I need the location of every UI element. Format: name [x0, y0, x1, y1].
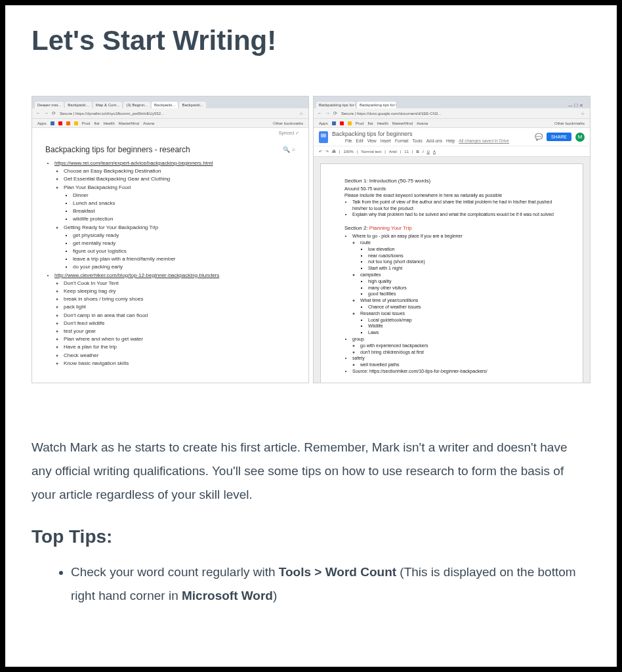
back-icon[interactable]: ←: [36, 111, 41, 116]
menu-item[interactable]: Add-ons: [426, 138, 442, 143]
avatar[interactable]: M: [575, 133, 585, 142]
bookmark[interactable]: [348, 121, 352, 125]
list-item[interactable]: get physically ready: [73, 232, 295, 239]
bold-icon[interactable]: B: [417, 150, 419, 154]
bookmark[interactable]: Health: [103, 121, 114, 125]
list-item[interactable]: Lunch and snacks: [73, 200, 295, 207]
browser-tab[interactable]: (3) Beginn...: [123, 102, 150, 108]
italic-icon[interactable]: I: [423, 150, 424, 154]
list-item: safety well travelled paths: [352, 355, 559, 368]
list-item[interactable]: Dinner: [73, 192, 295, 199]
bookmark[interactable]: [51, 121, 54, 125]
menu-item[interactable]: Tools: [413, 138, 423, 143]
reload-icon[interactable]: ⟳: [52, 111, 57, 116]
other-bookmarks[interactable]: Other bookmarks: [554, 121, 585, 125]
list-item[interactable]: Have a plan for the trip: [64, 343, 295, 350]
style-select[interactable]: Normal text: [361, 150, 381, 154]
gdocs-doc-title[interactable]: Backpacking tips for beginners: [332, 131, 531, 137]
gdocs-page[interactable]: Section 1: Introduction (50-75 words) Ar…: [320, 163, 583, 383]
list-item[interactable]: break in shoes / bring comy shoes: [64, 295, 295, 303]
bookmark[interactable]: MasterMind: [119, 121, 139, 125]
list-item: well travelled paths: [360, 362, 559, 368]
list-item[interactable]: test your gear: [64, 327, 295, 335]
comment-icon[interactable]: 💬: [535, 133, 543, 140]
redo-icon[interactable]: ↷: [325, 149, 329, 154]
bookmark[interactable]: Apps: [37, 121, 47, 125]
share-button[interactable]: SHARE: [547, 133, 571, 141]
bookmark[interactable]: flat: [367, 121, 373, 125]
print-icon[interactable]: 🖶: [332, 150, 336, 154]
list-item: don't bring children/dogs at first: [360, 349, 559, 356]
list-item[interactable]: Getting Ready for Your Backpacking Trip …: [64, 224, 295, 271]
window-controls[interactable]: — ☐ ✕: [568, 103, 587, 108]
list-item[interactable]: Check weather: [64, 352, 295, 359]
screenshot-left: Deeper mat... Backpacki... Map & Com... …: [31, 96, 309, 383]
list-item: Local guidebook/map: [368, 317, 559, 324]
list-item[interactable]: Don't feed wildlife: [64, 320, 295, 327]
bookmark[interactable]: MasterMind: [392, 121, 413, 125]
menu-item[interactable]: Edit: [356, 138, 363, 143]
list-item[interactable]: Get Essential Backpacking Gear and Cloth…: [64, 175, 295, 182]
bookmark[interactable]: [332, 121, 336, 125]
gdocs-header: Backpacking tips for beginners File Edit…: [314, 128, 590, 146]
menu-item[interactable]: Insert: [381, 138, 391, 143]
zoom-value[interactable]: 100%: [344, 150, 354, 154]
list-item[interactable]: wildlife protection: [73, 215, 295, 222]
browser-tab[interactable]: Backpacking tips for be...: [316, 102, 356, 108]
underline-icon[interactable]: U: [427, 150, 430, 154]
list-item[interactable]: https://www.rei.com/learn/expert-advice/…: [54, 159, 295, 271]
list-item[interactable]: Don't camp in an area that can flood: [64, 312, 295, 319]
bookmark[interactable]: Health: [377, 121, 388, 125]
bookmark[interactable]: flat: [94, 121, 99, 125]
forward-icon[interactable]: →: [44, 111, 49, 116]
bookmark[interactable]: [74, 121, 78, 125]
menu-item[interactable]: Help: [446, 138, 455, 143]
list-item[interactable]: pack light: [64, 303, 295, 310]
bookmark[interactable]: Prod: [82, 121, 91, 125]
url-text[interactable]: Secure | https://docs.google.com/documen…: [341, 112, 578, 116]
back-icon[interactable]: ←: [318, 111, 323, 116]
font-size[interactable]: 11: [404, 150, 409, 154]
search-menu-icons[interactable]: 🔍 ≡: [283, 146, 295, 153]
forward-icon[interactable]: →: [325, 111, 331, 116]
list-item[interactable]: Choose an Easy Backpacking Destination: [64, 167, 295, 175]
bookmark[interactable]: Asana: [143, 121, 154, 125]
list-item[interactable]: Plan where and when to get water: [64, 335, 295, 343]
browser-tab[interactable]: Backpacki...: [179, 102, 205, 108]
list-item[interactable]: leave a trip plan with a friend/family m…: [73, 255, 295, 262]
star-icon[interactable]: ☆: [299, 111, 304, 116]
list-item[interactable]: get mentally ready: [73, 240, 295, 247]
intro-paragraph: Watch Mark as he starts to create his fi…: [31, 436, 591, 507]
list-item[interactable]: Keep sleeping bag dry: [64, 287, 295, 295]
bookmark[interactable]: [66, 121, 70, 125]
bookmark[interactable]: Asana: [417, 121, 428, 125]
list-item[interactable]: do your packing early: [73, 263, 295, 270]
font-select[interactable]: Arial: [389, 150, 397, 154]
list-item[interactable]: figure out your logistics: [73, 247, 295, 255]
browser-tab[interactable]: Deeper mat...: [35, 102, 64, 108]
browser-tab[interactable]: Backpacking tips for be...: [357, 102, 396, 108]
list-item[interactable]: http://www.cleverhiker.com/blog/top-12-b…: [54, 272, 295, 367]
list-item: low elevation: [368, 246, 559, 253]
star-icon[interactable]: ☆: [581, 111, 586, 116]
list-item[interactable]: Don't Cook In Your Tent: [64, 280, 295, 287]
text-color-icon[interactable]: A: [433, 150, 436, 154]
undo-icon[interactable]: ↶: [319, 149, 322, 154]
browser-tab[interactable]: Map & Com...: [93, 102, 123, 108]
other-bookmarks[interactable]: Other bookmarks: [273, 121, 303, 125]
browser-tab[interactable]: Backpacki...: [65, 102, 91, 108]
list-item[interactable]: Plan Your Backpacking Food Dinner Lunch …: [64, 184, 295, 223]
reload-icon[interactable]: ⟳: [333, 111, 339, 116]
gdocs-logo-icon[interactable]: [319, 131, 328, 143]
url-text[interactable]: Secure | https://dynalist.io/d/nys18comm…: [60, 112, 297, 116]
list-item[interactable]: Know basic navigation skills: [64, 360, 295, 367]
menu-item[interactable]: Format: [395, 138, 409, 143]
bookmark[interactable]: [340, 121, 344, 125]
bookmark[interactable]: Prod: [356, 121, 364, 125]
menu-item[interactable]: View: [367, 138, 377, 143]
bookmark[interactable]: Apps: [319, 121, 328, 125]
menu-item[interactable]: File: [345, 138, 352, 143]
bookmark[interactable]: [58, 121, 62, 125]
list-item[interactable]: Breakfast: [73, 207, 295, 215]
browser-tab[interactable]: Backpacki...: [152, 102, 178, 108]
